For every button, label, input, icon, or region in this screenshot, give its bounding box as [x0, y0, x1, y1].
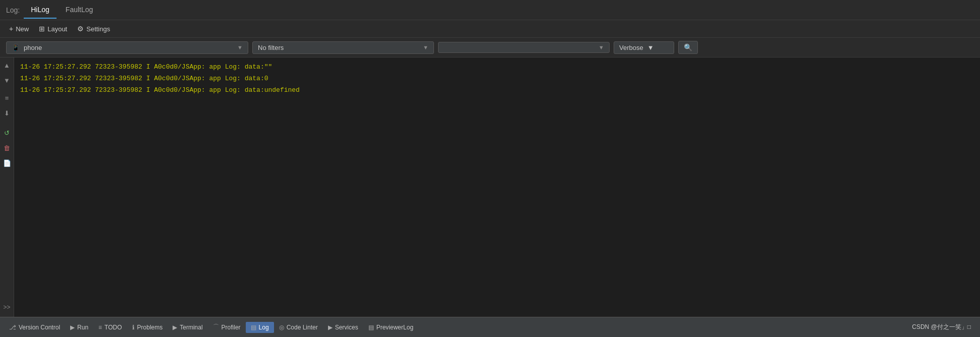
document-icon: 📄 [3, 159, 11, 167]
new-button[interactable]: + New [6, 23, 32, 34]
device-value: phone [24, 44, 42, 51]
verbose-caret-icon: ▼ [647, 44, 654, 51]
settings-button[interactable]: ⚙ Settings [74, 23, 113, 34]
terminal-label: Terminal [180, 324, 202, 331]
version-control-label: Version Control [19, 324, 60, 331]
status-version-control[interactable]: ⎇ Version Control [4, 322, 65, 333]
tab-hilog[interactable]: HiLog [24, 2, 57, 19]
delete-button[interactable]: 🗑 [0, 141, 14, 155]
log-area[interactable]: 11-26 17:25:27.292 72323-395982 I A0c0d0… [14, 58, 980, 317]
plus-icon: + [9, 25, 13, 33]
nofilter-caret-icon: ▼ [423, 44, 428, 50]
code-linter-icon: ◎ [279, 324, 284, 331]
verbose-value: Verbose [619, 44, 643, 51]
tab-faultlog[interactable]: FaultLog [59, 2, 100, 19]
new-label: New [16, 25, 29, 33]
phone-icon: 📱 [12, 44, 20, 51]
download-button[interactable]: ⬇ [0, 106, 14, 120]
run-label: Run [77, 324, 88, 331]
services-label: Services [335, 324, 358, 331]
problems-icon: ℹ [132, 324, 135, 331]
empty-filter-select[interactable]: ▼ [438, 42, 610, 53]
toolbar: + New ⊞ Layout ⚙ Settings [0, 20, 980, 38]
version-control-icon: ⎇ [9, 324, 16, 331]
profiler-label: Profiler [222, 324, 241, 331]
more-icon: >> [3, 304, 10, 311]
filter-list-button[interactable]: ≡ [0, 91, 14, 105]
status-log[interactable]: ▤ Log [246, 322, 274, 333]
scroll-up-button[interactable]: ▲ [0, 58, 14, 72]
search-button[interactable]: 🔍 [678, 41, 698, 54]
status-run[interactable]: ▶ Run [65, 322, 93, 333]
log-line: 11-26 17:25:27.292 72323-395982 I A0c0d0… [20, 62, 974, 73]
down-arrow-icon: ▼ [4, 77, 10, 84]
layout-label: Layout [47, 25, 67, 33]
refresh-icon: ↺ [4, 129, 10, 137]
download-icon: ⬇ [4, 109, 10, 117]
main-content: ▲ ▼ ≡ ⬇ ↺ 🗑 📄 >> 11-26 17:25:27.292 7232… [0, 58, 980, 317]
status-code-linter[interactable]: ◎ Code Linter [274, 322, 323, 333]
services-icon: ▶ [328, 324, 333, 331]
tab-bar: Log: HiLog FaultLog [0, 0, 980, 20]
log-prefix-label: Log: [6, 6, 20, 14]
log-line: 11-26 17:25:27.292 72323-395982 I A0c0d0… [20, 73, 974, 85]
filter-icon: ≡ [5, 94, 9, 102]
problems-label: Problems [137, 324, 163, 331]
layout-button[interactable]: ⊞ Layout [36, 23, 70, 34]
code-linter-label: Code Linter [287, 324, 318, 331]
device-caret-icon: ▼ [237, 44, 243, 50]
terminal-icon: ▶ [173, 324, 177, 331]
up-arrow-icon: ▲ [4, 62, 10, 69]
refresh-button[interactable]: ↺ [0, 126, 14, 140]
layout-icon: ⊞ [39, 25, 45, 33]
right-info-text: CSDN @付之一笑」□ [912, 323, 971, 331]
document-button[interactable]: 📄 [0, 156, 14, 170]
status-terminal[interactable]: ▶ Terminal [168, 322, 207, 333]
run-icon: ▶ [70, 324, 75, 331]
gear-icon: ⚙ [77, 25, 84, 33]
log-label: Log [259, 324, 269, 331]
delete-icon: 🗑 [4, 144, 10, 152]
nofilter-select[interactable]: No filters ▼ [252, 41, 434, 54]
status-profiler[interactable]: ⌒ Profiler [208, 321, 246, 333]
log-line: 11-26 17:25:27.292 72323-395982 I A0c0d0… [20, 85, 974, 96]
status-services[interactable]: ▶ Services [323, 322, 363, 333]
status-right-text: CSDN @付之一笑」□ [907, 323, 976, 331]
verbose-select[interactable]: Verbose ▼ [614, 41, 674, 54]
settings-label: Settings [86, 25, 110, 33]
scroll-down-button[interactable]: ▼ [0, 73, 14, 87]
search-icon: 🔍 [684, 43, 692, 51]
previewer-log-icon: ▤ [368, 324, 374, 331]
filter-bar: 📱 phone ▼ No filters ▼ ▼ Verbose ▼ 🔍 [0, 38, 980, 58]
nofilter-value: No filters [258, 44, 284, 51]
empty-caret-icon: ▼ [598, 44, 604, 50]
todo-icon: ≡ [98, 324, 102, 331]
device-select[interactable]: 📱 phone ▼ [6, 41, 248, 54]
left-sidebar: ▲ ▼ ≡ ⬇ ↺ 🗑 📄 >> [0, 58, 14, 317]
todo-label: TODO [104, 324, 122, 331]
status-bar: ⎇ Version Control ▶ Run ≡ TODO ℹ Problem… [0, 317, 980, 337]
log-icon: ▤ [251, 324, 256, 331]
status-todo[interactable]: ≡ TODO [93, 322, 127, 333]
profiler-icon: ⌒ [213, 323, 219, 331]
previewer-log-label: PreviewerLog [376, 324, 413, 331]
status-previewer-log[interactable]: ▤ PreviewerLog [363, 322, 418, 333]
status-problems[interactable]: ℹ Problems [127, 322, 168, 333]
more-button[interactable]: >> [0, 300, 14, 314]
